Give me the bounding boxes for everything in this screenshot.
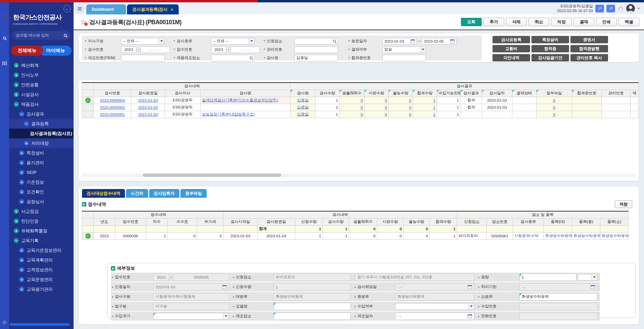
column-header[interactable]: 검사완료일	[258, 218, 295, 225]
cell-link[interactable]: 0	[409, 112, 411, 116]
tool-button-5[interactable]: 합격증	[531, 45, 569, 52]
cell-link[interactable]: 설계단계검사기록부(가스누출경보차단장치)	[202, 98, 278, 102]
action-button-1[interactable]: 조회	[461, 18, 482, 26]
expand-plus-icon[interactable]: +	[19, 267, 24, 272]
open-new-window-icon[interactable]: ↗	[595, 5, 604, 12]
expand-plus-icon[interactable]: +	[19, 277, 24, 282]
column-header[interactable]: 불능수량	[389, 90, 413, 97]
expand-plus-icon[interactable]: +	[19, 170, 24, 175]
column-header[interactable]: 수입가능잔량	[437, 90, 461, 97]
sidebar-item[interactable]: +진단인증	[9, 216, 74, 226]
filter-seq-input[interactable]: --------	[230, 46, 260, 53]
cell-link[interactable]: 0	[409, 105, 411, 109]
column-header[interactable]: 품목(대)	[544, 218, 572, 225]
chevron-down-icon[interactable]	[591, 274, 597, 280]
hamburger-menu-icon[interactable]	[76, 5, 84, 13]
filter-date-from[interactable]: 2023-01-03	[382, 38, 417, 45]
sidebar-item[interactable]: +교육기준정보관리	[9, 245, 74, 255]
calendar-icon[interactable]	[222, 285, 227, 289]
rail-settings-gear-icon[interactable]: ⚙	[2, 320, 7, 326]
sidebar-item[interactable]: +예산회계	[9, 60, 74, 70]
sidebar-item[interactable]: +공장심사	[9, 197, 74, 206]
sidebar-item[interactable]: +고객정보관리	[9, 265, 74, 275]
grid-horizontal-scrollbar[interactable]	[82, 174, 636, 177]
cell-link[interactable]: 0	[361, 112, 363, 116]
search-icon[interactable]	[250, 56, 253, 59]
tab-검사입회자[interactable]: 검사입회자	[149, 189, 180, 198]
column-header[interactable]: 검사명	[201, 90, 291, 97]
cell-link[interactable]: X	[553, 98, 556, 102]
column-header[interactable]: 검사완료일	[131, 90, 165, 97]
sidebar-collapse-button[interactable]: ←	[63, 5, 71, 12]
sidebar-item[interactable]: −제품검사	[9, 99, 74, 109]
filter-seq-input[interactable]: --------	[140, 46, 170, 53]
calendar-icon[interactable]	[591, 285, 595, 289]
user-avatar[interactable]	[626, 4, 635, 13]
table-row[interactable]: 2023-00000022023-01-03ESG경영처김종일100011합격2…	[82, 104, 639, 111]
expand-plus-icon[interactable]: +	[19, 189, 24, 194]
column-header[interactable]: 검사종류	[513, 218, 544, 225]
chevron-down-icon[interactable]	[420, 47, 426, 53]
all-menu-button[interactable]: 전체메뉴	[11, 46, 43, 56]
cell-link[interactable]: 2023-0000003	[100, 98, 125, 102]
column-header[interactable]: 검사지사	[165, 90, 201, 97]
column-header[interactable]: 합격수량	[430, 218, 457, 225]
expand-plus-icon[interactable]: +	[19, 180, 24, 185]
tab-close-icon[interactable]: ×	[171, 7, 173, 12]
filter-search-input[interactable]	[294, 38, 338, 45]
column-header[interactable]: 시편수량	[377, 218, 403, 225]
tool-button-7[interactable]: 각인내역	[492, 54, 530, 61]
cell-link[interactable]: 1	[433, 98, 435, 102]
tab-dashboard[interactable]: Dashboard	[86, 4, 126, 14]
sidebar-item[interactable]: +용기관리	[9, 158, 74, 168]
column-header[interactable]: 샘플채취수	[349, 218, 377, 225]
column-header[interactable]: 검사수량	[315, 90, 340, 97]
calendar-icon[interactable]	[411, 39, 415, 43]
scrollbar-thumb[interactable]	[143, 174, 281, 177]
search-icon[interactable]	[333, 40, 336, 43]
tab-첨부파일[interactable]: 첨부파일	[180, 189, 207, 198]
tab-시간외[interactable]: 시간외	[126, 189, 148, 198]
filter-select[interactable]: -- 전체 --	[121, 38, 165, 45]
favorite-star-icon[interactable]: ☆	[80, 18, 87, 26]
sidebar-item[interactable]: −교육기획	[9, 236, 74, 245]
column-header[interactable]: 불능수량	[403, 218, 430, 225]
expand-plus-icon[interactable]: +	[19, 150, 24, 155]
column-header[interactable]: 관리번호	[602, 90, 631, 97]
action-button-8[interactable]: 엑셀	[618, 18, 639, 26]
cell-link[interactable]: 0	[385, 112, 387, 116]
detail-unit-select[interactable]	[578, 274, 597, 281]
duplicate-window-icon[interactable]: ↗	[606, 5, 615, 12]
tool-button-3[interactable]: 증명서	[570, 36, 608, 43]
table-row[interactable]: ✓2023-00000032023-01-03ESG경영처설계단계검사기록부(가…	[82, 97, 639, 104]
cell-link[interactable]: X	[553, 112, 556, 116]
column-header[interactable]: 접수번호	[115, 218, 146, 225]
chevron-down-icon[interactable]	[159, 38, 164, 44]
action-button-7[interactable]: 인쇄	[596, 18, 617, 26]
sidebar-item[interactable]: +시설검사	[9, 90, 74, 99]
column-header[interactable]: 품목(중)	[572, 218, 600, 225]
column-header[interactable]: 검사일자	[482, 90, 512, 97]
column-header[interactable]: 차수	[146, 218, 168, 225]
cell-link[interactable]: 2023-01-03	[138, 105, 158, 109]
filter-text-input[interactable]: 김종일	[294, 55, 338, 61]
sidebar-item[interactable]: +안전공통	[9, 80, 74, 90]
column-header[interactable]: 제	[631, 90, 639, 97]
column-header[interactable]: 검사수량	[323, 218, 349, 225]
cell-link[interactable]: 2023-0000002	[100, 105, 125, 109]
detail-select[interactable]	[153, 313, 229, 320]
column-header[interactable]: 수수료	[168, 218, 197, 225]
action-button-4[interactable]: 취소	[528, 18, 549, 26]
expand-plus-icon[interactable]: +	[14, 73, 19, 78]
detail-select[interactable]	[395, 303, 474, 310]
tool-button-1[interactable]: 검사표등록	[492, 36, 530, 43]
filter-text-input[interactable]	[294, 46, 338, 53]
expand-plus-icon[interactable]: +	[19, 257, 24, 263]
expand-plus-icon[interactable]: +	[14, 219, 19, 224]
cell-link[interactable]: 1	[433, 105, 435, 109]
tool-button-4[interactable]: 교통비	[492, 45, 530, 52]
cell-link[interactable]: 김종일	[297, 112, 309, 116]
cell-link[interactable]: X	[553, 105, 556, 109]
detail-text-input[interactable]: 1	[519, 274, 576, 281]
tab-검사대상접수내역[interactable]: 검사대상접수내역	[82, 189, 125, 198]
